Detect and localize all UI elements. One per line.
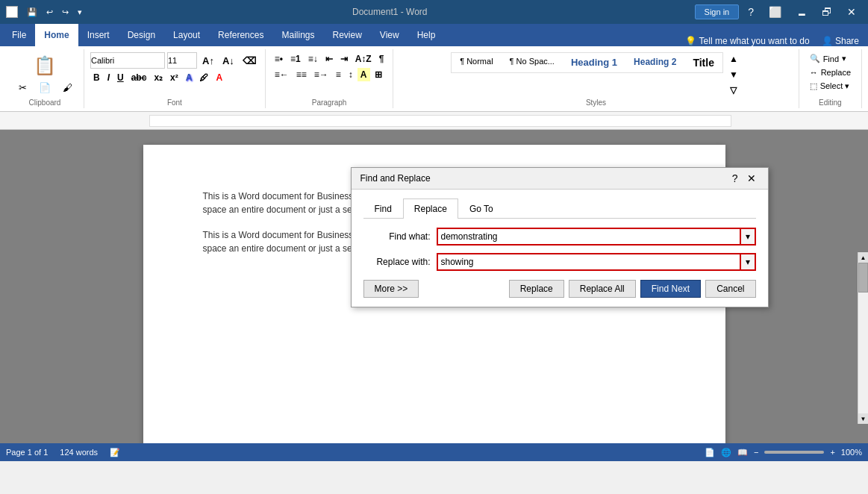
border-button[interactable]: ⊞ [372, 68, 385, 81]
numbering-button[interactable]: ≡1 [287, 52, 304, 66]
view-reading-button[interactable]: 📖 [737, 448, 748, 457]
subscript-button[interactable]: x₂ [151, 71, 166, 84]
align-right-button[interactable]: ≡→ [311, 68, 331, 81]
view-normal-button[interactable]: 📄 [705, 448, 715, 457]
scroll-thumb[interactable] [858, 263, 868, 293]
undo-button[interactable]: ↩ [43, 6, 56, 19]
superscript-button[interactable]: x² [167, 71, 181, 84]
redo-button[interactable]: ↪ [59, 6, 72, 19]
styles-group: ¶ Normal ¶ No Spac... Heading 1 Heading … [393, 49, 799, 108]
scroll-down-button[interactable]: ▼ [858, 413, 868, 424]
minimize-button[interactable]: 🗕 [790, 4, 813, 19]
help-button[interactable]: ? [742, 4, 760, 19]
cancel-button-dialog[interactable]: Cancel [705, 280, 755, 298]
select-button[interactable]: ⬚ Select ▾ [805, 80, 855, 93]
paragraph-controls: ≡• ≡1 ≡↓ ⇤ ⇥ A↕Z ¶ ≡← ≡≡ ≡→ ≡ ↕ A ⊞ [272, 52, 387, 105]
editing-group: 🔍 Find ▾ ↔ Replace ⬚ Select ▾ Editing [799, 49, 862, 108]
style-title[interactable]: Title [686, 54, 721, 71]
find-button[interactable]: 🔍 Find ▾ [805, 52, 851, 65]
status-right: 📄 🌐 📖 − + 100% [705, 448, 862, 457]
tab-layout[interactable]: Layout [164, 24, 209, 46]
find-next-button[interactable]: Find Next [640, 280, 701, 298]
style-heading2[interactable]: Heading 2 [627, 54, 683, 71]
highlight-button[interactable]: 🖊 [196, 71, 211, 84]
scroll-track[interactable] [858, 263, 868, 413]
tell-me-text[interactable]: Tell me what you want to do [699, 36, 810, 46]
tab-replace[interactable]: Replace [403, 198, 458, 219]
styles-expand[interactable]: ▽ [726, 84, 741, 97]
tab-insert[interactable]: Insert [78, 24, 119, 46]
share-button[interactable]: 👤 Share [822, 36, 859, 46]
style-normal[interactable]: ¶ Normal [453, 54, 499, 71]
replace-all-button[interactable]: Replace All [569, 280, 636, 298]
replace-button-dialog[interactable]: Replace [509, 280, 564, 298]
tab-view[interactable]: View [371, 24, 408, 46]
zoom-plus-button[interactable]: + [830, 448, 834, 457]
strikethrough-button[interactable]: abc [128, 71, 150, 84]
ribbon-tabs-bar: File Home Insert Design Layout Reference… [0, 24, 868, 46]
align-left-button[interactable]: ≡← [272, 68, 292, 81]
sort-button[interactable]: A↕Z [352, 52, 375, 66]
font-color-button[interactable]: A [213, 71, 225, 84]
dialog-help-button[interactable]: ? [729, 172, 741, 184]
font-label: Font [167, 99, 182, 107]
underline-button[interactable]: U [114, 71, 127, 84]
decrease-indent-button[interactable]: ⇤ [322, 52, 336, 66]
cut-button[interactable]: ✂ [12, 81, 33, 95]
tab-review[interactable]: Review [323, 24, 370, 46]
styles-scroll-down[interactable]: ▼ [726, 68, 741, 81]
clear-format-button[interactable]: ⌫ [240, 54, 259, 68]
copy-button[interactable]: 📄 [34, 81, 55, 95]
tab-find[interactable]: Find [363, 198, 403, 219]
replace-with-dropdown[interactable]: ▾ [741, 253, 756, 271]
paragraph-group: ≡• ≡1 ≡↓ ⇤ ⇥ A↕Z ¶ ≡← ≡≡ ≡→ ≡ ↕ A ⊞ Para… [266, 49, 394, 108]
line-spacing-button[interactable]: ↕ [346, 68, 356, 81]
tab-references[interactable]: References [209, 24, 272, 46]
increase-indent-button[interactable]: ⇥ [337, 52, 351, 66]
tab-goto[interactable]: Go To [458, 198, 505, 219]
dialog-tabs: Find Replace Go To [363, 198, 756, 219]
tab-home[interactable]: Home [35, 24, 78, 46]
find-what-label: Find what: [363, 231, 431, 242]
style-nospace[interactable]: ¶ No Spac... [503, 54, 561, 71]
sign-in-button[interactable]: Sign in [695, 4, 740, 19]
more-button[interactable]: More >> [363, 280, 419, 298]
shading-button[interactable]: A [357, 68, 370, 81]
multilevel-list-button[interactable]: ≡↓ [305, 52, 321, 66]
zoom-slider[interactable] [764, 451, 824, 454]
justify-button[interactable]: ≡ [333, 68, 344, 81]
restore-button[interactable]: 🗗 [816, 4, 838, 19]
replace-with-input[interactable] [437, 253, 741, 271]
decrease-font-button[interactable]: A↓ [219, 54, 237, 68]
text-effects-button[interactable]: A [183, 71, 196, 84]
save-button[interactable]: 💾 [24, 6, 40, 19]
tab-design[interactable]: Design [119, 24, 164, 46]
view-web-button[interactable]: 🌐 [721, 448, 731, 457]
scroll-up-button[interactable]: ▲ [858, 252, 868, 263]
dialog-close-button[interactable]: ✕ [744, 172, 759, 184]
style-heading1[interactable]: Heading 1 [564, 54, 624, 71]
find-what-dropdown[interactable]: ▾ [741, 228, 756, 246]
replace-button[interactable]: ↔ Replace [805, 66, 855, 78]
format-painter-button[interactable]: 🖌 [57, 81, 78, 95]
italic-button[interactable]: I [104, 71, 113, 84]
align-center-button[interactable]: ≡≡ [293, 68, 310, 81]
vertical-scrollbar[interactable]: ▲ ▼ [858, 252, 868, 424]
paste-button[interactable]: 📋 [28, 52, 62, 79]
close-button[interactable]: ✕ [841, 4, 862, 19]
customize-button[interactable]: ▾ [75, 6, 85, 19]
font-name-input[interactable] [90, 52, 165, 69]
tab-help[interactable]: Help [408, 24, 445, 46]
increase-font-button[interactable]: A↑ [199, 54, 217, 68]
tab-mailings[interactable]: Mailings [272, 24, 323, 46]
bullets-button[interactable]: ≡• [272, 52, 286, 66]
ribbon-display-button[interactable]: ⬜ [763, 4, 787, 19]
styles-scroll-up[interactable]: ▲ [726, 52, 741, 66]
window-controls: Sign in ? ⬜ 🗕 🗗 ✕ [695, 4, 862, 19]
find-what-input[interactable] [437, 228, 741, 246]
zoom-minus-button[interactable]: − [754, 448, 758, 457]
bold-button[interactable]: B [90, 71, 103, 84]
tab-file[interactable]: File [3, 24, 35, 46]
show-marks-button[interactable]: ¶ [376, 52, 387, 66]
font-size-input[interactable] [167, 52, 197, 69]
